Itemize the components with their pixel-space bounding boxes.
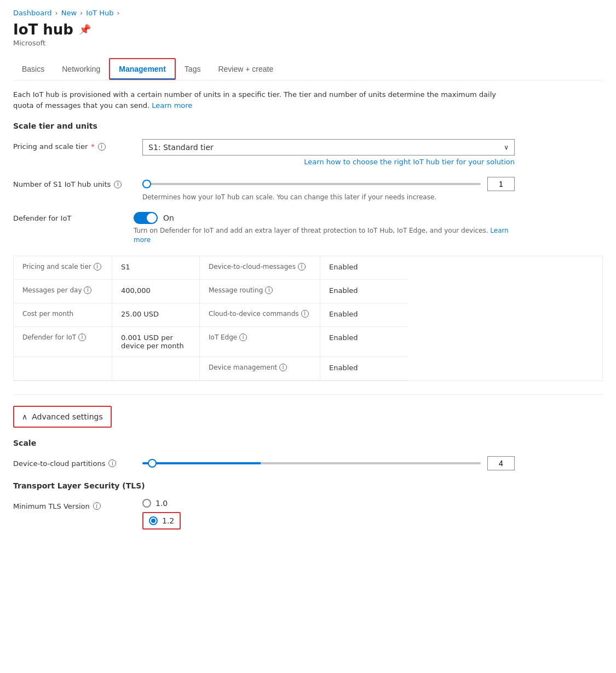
table-msg-info[interactable]: i xyxy=(84,286,91,294)
info-cell-empty2 xyxy=(112,357,200,381)
radio-1-2-label: 1.2 xyxy=(162,516,174,525)
chevron-up-icon: ∧ xyxy=(22,412,27,421)
tls-version-row: Minimum TLS Version i 1.0 1.2 xyxy=(13,499,603,530)
page-subtitle: Microsoft xyxy=(13,39,603,47)
learn-tier-link[interactable]: Learn how to choose the right IoT hub ti… xyxy=(142,158,515,166)
radio-1-0-circle xyxy=(142,499,151,508)
tls-option-1-0[interactable]: 1.0 xyxy=(142,499,181,508)
defender-description: Turn on Defender for IoT and add an extr… xyxy=(134,226,517,245)
chevron-down-icon: ∨ xyxy=(504,143,509,151)
info-cell-defender-value: 0.001 USD per device per month xyxy=(112,327,200,357)
info-cell-devmgmt-value: Enabled xyxy=(320,357,408,381)
breadcrumb-new[interactable]: New xyxy=(61,9,77,17)
table-c2d-info[interactable]: i xyxy=(301,310,309,318)
info-cell-c2d-label: Cloud-to-device commands i xyxy=(200,303,320,327)
defender-label: Defender for IoT xyxy=(13,212,134,222)
defender-state: On xyxy=(163,214,174,222)
info-cell-c2d-value: Enabled xyxy=(320,303,408,327)
tls-heading: Transport Layer Security (TLS) xyxy=(13,481,603,490)
tab-networking[interactable]: Networking xyxy=(53,58,109,80)
info-cell-cost-value: 25.00 USD xyxy=(112,303,200,327)
table-defender-info[interactable]: i xyxy=(78,333,86,341)
info-cell-routing-label: Message routing i xyxy=(200,280,320,303)
info-table: Pricing and scale tier i S1 Device-to-cl… xyxy=(13,256,603,381)
description-text: Each IoT hub is provisioned with a certa… xyxy=(13,89,506,111)
advanced-settings-toggle[interactable]: ∧ Advanced settings xyxy=(13,406,112,428)
pricing-tier-row: Pricing and scale tier * i S1: Standard … xyxy=(13,139,603,166)
pricing-tier-label: Pricing and scale tier * i xyxy=(13,139,134,151)
radio-1-0-label: 1.0 xyxy=(156,499,168,508)
info-cell-msg-label: Messages per day i xyxy=(14,280,112,303)
units-value-input[interactable] xyxy=(487,177,515,191)
breadcrumb-iot-hub[interactable]: IoT Hub xyxy=(86,9,113,17)
page-title: IoT hub xyxy=(13,21,73,38)
tls-radio-group: 1.0 1.2 xyxy=(142,499,181,530)
info-cell-msg-value: 400,000 xyxy=(112,280,200,303)
tab-management[interactable]: Management xyxy=(109,58,176,80)
learn-more-link[interactable]: Learn more xyxy=(152,101,192,110)
defender-toggle-content: On Turn on Defender for IoT and add an e… xyxy=(134,212,517,245)
partitions-value-input[interactable] xyxy=(487,456,515,470)
defender-toggle[interactable] xyxy=(134,212,158,224)
scale-tier-heading: Scale tier and units xyxy=(13,122,603,130)
info-cell-routing-value: Enabled xyxy=(320,280,408,303)
table-iot-edge-info[interactable]: i xyxy=(239,333,247,341)
units-description: Determines how your IoT hub can scale. Y… xyxy=(142,193,515,201)
partitions-row: Device-to-cloud partitions i xyxy=(13,456,603,470)
table-pricing-info[interactable]: i xyxy=(94,263,101,271)
table-routing-info[interactable]: i xyxy=(265,286,273,294)
info-cell-d2c-label: Device-to-cloud-messages i xyxy=(200,256,320,280)
pricing-info-icon[interactable]: i xyxy=(98,143,106,151)
radio-1-2-circle xyxy=(149,516,158,525)
divider xyxy=(13,394,603,395)
partitions-info-icon[interactable]: i xyxy=(108,459,116,467)
tls-version-label: Minimum TLS Version i xyxy=(13,499,134,510)
table-d2c-info[interactable]: i xyxy=(298,263,306,271)
info-cell-iot-edge-value: Enabled xyxy=(320,327,408,357)
info-cell-pricing-label: Pricing and scale tier i xyxy=(14,256,112,280)
info-cell-cost-label: Cost per month xyxy=(14,303,112,327)
tls-option-1-2-selected[interactable]: 1.2 xyxy=(142,512,181,530)
partitions-slider-container xyxy=(142,456,515,470)
info-cell-iot-edge-label: IoT Edge i xyxy=(200,327,320,357)
tab-tags[interactable]: Tags xyxy=(176,58,210,80)
tab-basics[interactable]: Basics xyxy=(13,58,53,80)
tls-info-icon[interactable]: i xyxy=(93,502,101,510)
tls-section: Transport Layer Security (TLS) Minimum T… xyxy=(13,481,603,530)
tab-review[interactable]: Review + create xyxy=(209,58,282,80)
units-label: Number of S1 IoT hub units i xyxy=(13,177,134,188)
units-info-icon[interactable]: i xyxy=(114,181,122,188)
units-slider[interactable] xyxy=(142,183,481,185)
table-devmgmt-info[interactable]: i xyxy=(279,364,287,371)
info-cell-d2c-value: Enabled xyxy=(320,256,408,280)
partitions-label: Device-to-cloud partitions i xyxy=(13,456,134,468)
tab-bar: Basics Networking Management Tags Review… xyxy=(13,58,603,80)
partitions-slider[interactable] xyxy=(142,462,481,464)
breadcrumb: Dashboard › New › IoT Hub › xyxy=(13,9,603,17)
info-cell-devmgmt-label: Device management i xyxy=(200,357,320,381)
required-asterisk: * xyxy=(91,142,95,151)
units-slider-container xyxy=(142,177,515,191)
defender-toggle-row: On xyxy=(134,212,517,224)
pin-button[interactable]: 📌 xyxy=(79,24,91,36)
scale-sub-heading: Scale xyxy=(13,439,603,447)
info-cell-empty1 xyxy=(14,357,112,381)
info-cell-defender-label: Defender for IoT i xyxy=(14,327,112,357)
breadcrumb-dashboard[interactable]: Dashboard xyxy=(13,9,52,17)
pricing-select-container: S1: Standard tier ∨ Learn how to choose … xyxy=(142,139,603,166)
defender-row: Defender for IoT On Turn on Defender for… xyxy=(13,212,603,245)
page-title-row: IoT hub 📌 xyxy=(13,21,603,38)
info-cell-pricing-value: S1 xyxy=(112,256,200,280)
units-row: Number of S1 IoT hub units i Determines … xyxy=(13,177,603,201)
pricing-select[interactable]: S1: Standard tier ∨ xyxy=(142,139,515,156)
advanced-settings-label: Advanced settings xyxy=(32,412,102,421)
